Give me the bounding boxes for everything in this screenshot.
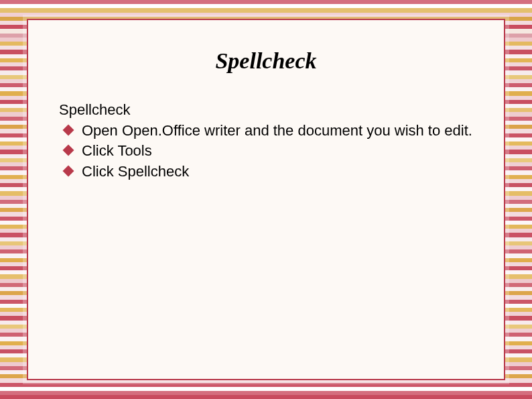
list-item: Click Spellcheck — [62, 162, 473, 182]
slide-content: Spellcheck Open Open.Office writer and t… — [59, 101, 473, 181]
list-item: Click Tools — [62, 141, 473, 161]
slide-subheading: Spellcheck — [59, 101, 473, 120]
diamond-bullet-icon — [63, 145, 74, 156]
slide-title: Spellcheck — [28, 48, 504, 74]
list-item-text: Click Spellcheck — [82, 163, 189, 180]
bg-stripe — [0, 395, 532, 399]
list-item-text: Click Tools — [82, 142, 152, 159]
diamond-bullet-icon — [63, 124, 74, 135]
list-item-text: Open Open.Office writer and the document… — [82, 122, 472, 139]
bullet-list: Open Open.Office writer and the document… — [59, 121, 473, 182]
list-item: Open Open.Office writer and the document… — [62, 121, 473, 141]
diamond-bullet-icon — [63, 165, 74, 176]
slide-panel: Spellcheck Spellcheck Open Open.Office w… — [27, 19, 505, 380]
